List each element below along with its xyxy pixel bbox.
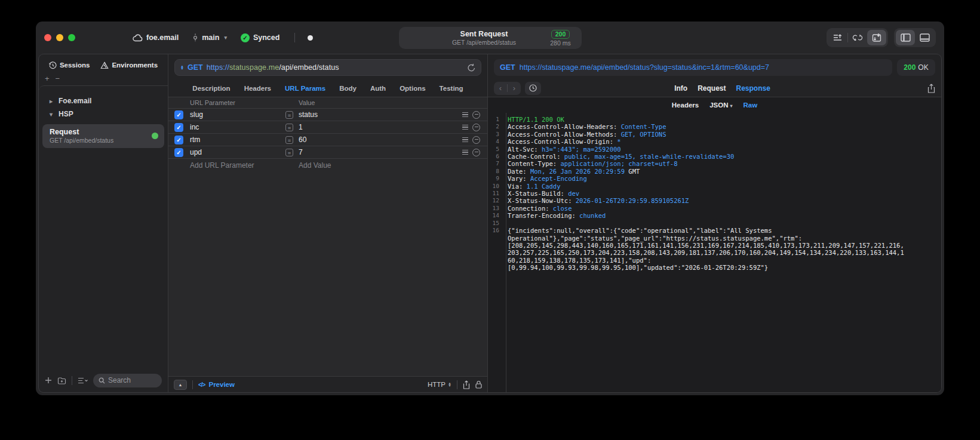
project-selector[interactable]: foe.email — [133, 33, 179, 42]
response-status-text: OK — [918, 63, 928, 72]
param-name[interactable]: inc — [190, 123, 285, 131]
param-name[interactable]: slug — [190, 110, 285, 119]
line-number: 15 — [488, 220, 502, 227]
tree-item-foe-email[interactable]: ▸ Foe.email — [39, 94, 168, 107]
tab-url-params[interactable]: URL Params — [285, 85, 325, 92]
tab-response[interactable]: Response — [736, 84, 770, 93]
tab-info[interactable]: Info — [674, 84, 687, 93]
protocol-selector[interactable]: HTTP ▲▼ — [428, 381, 451, 388]
remove-param-icon[interactable] — [472, 111, 480, 119]
param-checkbox[interactable]: ✓ — [174, 123, 183, 132]
code-text: 60,218,159,138,178,135,173,141],"upd": — [502, 257, 651, 264]
history-clock-icon[interactable] — [525, 82, 541, 95]
remove-param-icon[interactable] — [472, 124, 480, 131]
collapse-panel-button[interactable]: ▲ — [174, 380, 187, 390]
remove-session-button[interactable]: − — [56, 74, 60, 83]
new-group-folder-icon[interactable] — [57, 377, 66, 384]
param-name[interactable]: upd — [190, 148, 285, 156]
param-row-slug[interactable]: ✓ slug = status — [168, 109, 487, 121]
footer-divider — [72, 376, 72, 385]
param-value[interactable]: 1 — [296, 123, 460, 131]
lock-icon[interactable] — [475, 380, 482, 389]
minimize-window-button[interactable] — [56, 34, 63, 41]
drag-handle-icon[interactable] — [462, 125, 468, 130]
tab-headers[interactable]: Headers — [244, 85, 271, 92]
param-row-inc[interactable]: ✓ inc = 1 — [168, 121, 487, 134]
resend-refresh-icon[interactable] — [468, 63, 475, 72]
equals-icon: = — [285, 149, 293, 156]
param-value[interactable]: status — [296, 110, 460, 119]
code-text — [502, 220, 511, 227]
preview-button[interactable]: </> Preview — [198, 381, 235, 388]
tree-item-hsp[interactable]: ▾ HSP — [39, 107, 168, 121]
back-icon[interactable]: ‹ — [494, 84, 507, 93]
tab-sessions[interactable]: Sessions — [49, 61, 90, 69]
search-input[interactable] — [108, 376, 156, 384]
send-list-icon[interactable] — [828, 30, 847, 45]
code-line: 12X-Status-Now-Utc: 2026-01-26T20:29:59.… — [488, 197, 941, 204]
drag-handle-icon[interactable] — [462, 137, 468, 143]
share-icon[interactable] — [463, 380, 470, 389]
tab-auth[interactable]: Auth — [370, 85, 386, 92]
tab-body[interactable]: Body — [339, 85, 357, 92]
tab-environments[interactable]: Environments — [100, 61, 158, 69]
request-footer: ▲ </> Preview HTTP ▲▼ — [168, 376, 487, 392]
drag-handle-icon[interactable] — [462, 112, 468, 118]
cloud-icon — [133, 34, 143, 42]
param-row-upd[interactable]: ✓ upd = 7 — [168, 146, 487, 159]
request-tabs: Description Headers URL Params Body Auth… — [168, 79, 487, 97]
param-row-rtm[interactable]: ✓ rtm = 60 — [168, 134, 487, 146]
status-code-badge: 200 — [551, 30, 570, 39]
request-response-icon[interactable] — [867, 30, 886, 45]
code-line: 203,257,225,165,250,173,204,223,158,208,… — [488, 249, 941, 256]
subtab-json[interactable]: JSON▾ — [709, 101, 732, 109]
code-text: X-Status-Now-Utc: 2026-01-26T20:29:59.85… — [502, 197, 689, 204]
close-window-button[interactable] — [44, 34, 51, 41]
sent-url-bar[interactable]: GET https://statuspage.me/api/embed/stat… — [494, 59, 892, 76]
add-param-row[interactable]: Add URL Parameter Add Value — [168, 159, 487, 172]
sidebar-request-item[interactable]: Request GET /api/embed/status — [42, 124, 164, 148]
subtab-headers[interactable]: Headers — [672, 101, 699, 109]
tab-request[interactable]: Request — [698, 84, 726, 93]
url-row: ▲▼ GET https://statuspage.me/api/embed/s… — [168, 54, 487, 79]
sort-list-icon[interactable] — [78, 377, 88, 384]
add-session-button[interactable]: + — [45, 74, 50, 83]
tab-options[interactable]: Options — [400, 85, 425, 92]
param-checkbox[interactable]: ✓ — [174, 148, 183, 157]
drag-handle-icon[interactable] — [462, 150, 468, 155]
code-line: 4Access-Control-Allow-Origin: * — [488, 138, 941, 145]
sent-request-pill[interactable]: Sent Request GET /api/embed/status 200 2… — [399, 27, 582, 49]
method-label[interactable]: GET — [188, 63, 203, 72]
subtab-raw[interactable]: Raw — [744, 101, 758, 109]
method-stepper-icon[interactable]: ▲▼ — [180, 65, 184, 70]
param-value[interactable]: 60 — [296, 136, 460, 144]
code-text: Via: 1.1 Caddy — [502, 183, 561, 190]
request-url-text[interactable]: https://statuspage.me/api/embed/status — [207, 63, 339, 72]
branch-selector[interactable]: main ▾ — [192, 33, 227, 42]
param-value[interactable]: 7 — [296, 148, 460, 156]
left-panel-icon[interactable] — [896, 30, 915, 45]
forward-icon[interactable]: › — [508, 84, 521, 93]
add-param-value[interactable]: Add Value — [296, 161, 460, 170]
compare-loops-icon[interactable] — [848, 30, 867, 45]
code-text: Transfer-Encoding: chunked — [502, 212, 606, 219]
remove-param-icon[interactable] — [472, 136, 480, 144]
param-checkbox[interactable]: ✓ — [174, 110, 183, 119]
line-number: 8 — [488, 168, 502, 175]
code-line: 16{"incidents":null,"overall":{"code":"o… — [488, 227, 941, 234]
tab-testing[interactable]: Testing — [440, 85, 463, 92]
search-box[interactable] — [93, 374, 162, 387]
remove-param-icon[interactable] — [472, 149, 480, 156]
bottom-panel-icon[interactable] — [915, 30, 934, 45]
param-name[interactable]: rtm — [190, 136, 285, 144]
export-share-icon[interactable] — [927, 84, 935, 93]
zoom-window-button[interactable] — [68, 34, 75, 41]
request-url-bar[interactable]: ▲▼ GET https://statuspage.me/api/embed/s… — [174, 59, 481, 76]
branch-label: main — [202, 33, 219, 42]
tab-description[interactable]: Description — [192, 85, 230, 92]
param-checkbox[interactable]: ✓ — [174, 136, 183, 144]
line-number: 14 — [488, 212, 502, 219]
response-body[interactable]: 1HTTP/1.1 200 OK2Access-Control-Allow-He… — [488, 113, 941, 392]
add-request-button[interactable] — [45, 377, 52, 384]
add-param-name[interactable]: Add URL Parameter — [190, 161, 285, 170]
